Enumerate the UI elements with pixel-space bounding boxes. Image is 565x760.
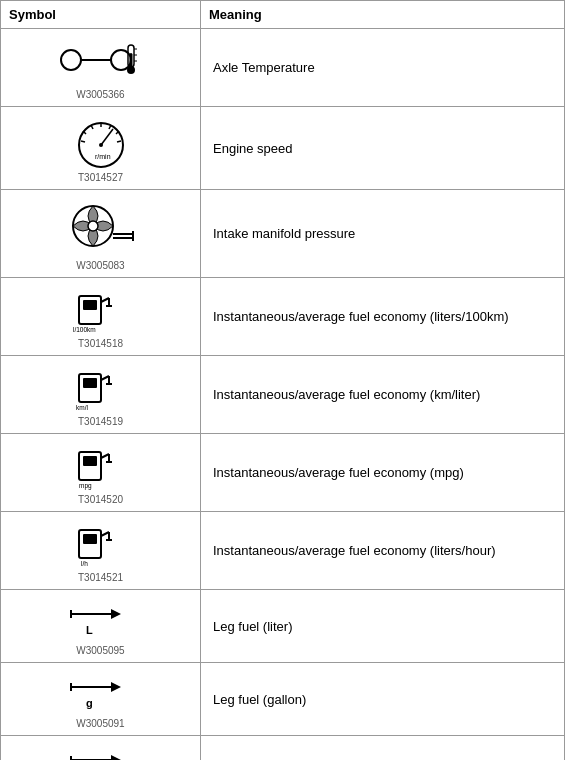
- svg-text:l/h: l/h: [81, 560, 88, 567]
- meaning-cell: Leg fuel (liter): [201, 590, 565, 663]
- header-symbol: Symbol: [1, 1, 201, 29]
- svg-line-11: [83, 131, 86, 134]
- table-row: W3005366Axle Temperature: [1, 29, 565, 107]
- symbol-cell: L W3005095: [1, 590, 201, 663]
- svg-point-18: [99, 143, 103, 147]
- symbol-code: T3014518: [78, 338, 123, 349]
- table-row: L W3005095Leg fuel (liter): [1, 590, 565, 663]
- svg-rect-32: [83, 378, 97, 388]
- symbol-icon: g W3005091: [9, 669, 192, 729]
- meaning-cell: Instantaneous/average fuel economy (lite…: [201, 512, 565, 590]
- svg-line-45: [101, 532, 109, 536]
- svg-text:l/100km: l/100km: [73, 326, 96, 333]
- symbol-code: W3005091: [76, 718, 124, 729]
- svg-text:g: g: [86, 697, 93, 709]
- meaning-cell: Instantaneous/average fuel economy (mpg): [201, 434, 565, 512]
- svg-line-17: [101, 129, 113, 145]
- meaning-cell: Engine speed: [201, 107, 565, 190]
- symbol-icon: mpg T3014520: [9, 440, 192, 505]
- symbol-icon: r/min T3014527: [9, 113, 192, 183]
- svg-line-27: [101, 298, 109, 302]
- meaning-cell: Leg fuel (gallon): [201, 663, 565, 736]
- symbol-cell: km/l T3014519: [1, 356, 201, 434]
- svg-point-21: [88, 221, 98, 231]
- table-row: km W3005096Trip data (km): [1, 736, 565, 761]
- symbol-code: W3005366: [76, 89, 124, 100]
- svg-line-39: [101, 454, 109, 458]
- svg-line-10: [81, 141, 85, 142]
- table-row: r/min T3014527Engine speed: [1, 107, 565, 190]
- svg-point-0: [61, 50, 81, 70]
- header-meaning: Meaning: [201, 1, 565, 29]
- symbol-code: T3014521: [78, 572, 123, 583]
- symbol-code: T3014527: [78, 172, 123, 183]
- symbol-icon: W3005083: [9, 196, 192, 271]
- symbol-icon: km W3005096: [9, 742, 192, 760]
- symbols-table: Symbol Meaning W3005366Axle Temperature: [0, 0, 565, 760]
- symbol-icon: l/100km T3014518: [9, 284, 192, 349]
- table-row: W3005083Intake manifold pressure: [1, 190, 565, 278]
- symbol-cell: mpg T3014520: [1, 434, 201, 512]
- symbol-cell: W3005366: [1, 29, 201, 107]
- meaning-cell: Instantaneous/average fuel economy (lite…: [201, 278, 565, 356]
- svg-rect-44: [83, 534, 97, 544]
- meaning-cell: Trip data (km): [201, 736, 565, 761]
- svg-marker-51: [111, 609, 121, 619]
- symbol-cell: l/100km T3014518: [1, 278, 201, 356]
- table-row: mpg T3014520Instantaneous/average fuel e…: [1, 434, 565, 512]
- svg-line-15: [116, 131, 119, 134]
- svg-text:mpg: mpg: [79, 482, 92, 490]
- svg-line-16: [117, 141, 121, 142]
- table-row: g W3005091Leg fuel (gallon): [1, 663, 565, 736]
- table-row: l/100km T3014518Instantaneous/average fu…: [1, 278, 565, 356]
- meaning-cell: Axle Temperature: [201, 29, 565, 107]
- svg-rect-4: [129, 53, 132, 67]
- table-row: l/h T3014521Instantaneous/average fuel e…: [1, 512, 565, 590]
- svg-marker-55: [111, 682, 121, 692]
- meaning-cell: Intake manifold pressure: [201, 190, 565, 278]
- svg-text:r/min: r/min: [95, 153, 111, 160]
- svg-line-33: [101, 376, 109, 380]
- svg-point-5: [127, 66, 135, 74]
- svg-marker-59: [111, 755, 121, 760]
- symbol-cell: r/min T3014527: [1, 107, 201, 190]
- symbol-icon: L W3005095: [9, 596, 192, 656]
- meaning-cell: Instantaneous/average fuel economy (km/l…: [201, 356, 565, 434]
- symbol-cell: km W3005096: [1, 736, 201, 761]
- svg-rect-38: [83, 456, 97, 466]
- symbol-cell: W3005083: [1, 190, 201, 278]
- symbol-cell: g W3005091: [1, 663, 201, 736]
- symbol-code: T3014519: [78, 416, 123, 427]
- symbol-code: T3014520: [78, 494, 123, 505]
- symbol-icon: km/l T3014519: [9, 362, 192, 427]
- svg-text:L: L: [86, 624, 93, 636]
- symbol-icon: W3005366: [9, 35, 192, 100]
- symbol-icon: l/h T3014521: [9, 518, 192, 583]
- svg-rect-26: [83, 300, 97, 310]
- symbol-code: W3005095: [76, 645, 124, 656]
- symbol-code: W3005083: [76, 260, 124, 271]
- symbol-cell: l/h T3014521: [1, 512, 201, 590]
- svg-text:km/l: km/l: [76, 404, 88, 411]
- table-row: km/l T3014519Instantaneous/average fuel …: [1, 356, 565, 434]
